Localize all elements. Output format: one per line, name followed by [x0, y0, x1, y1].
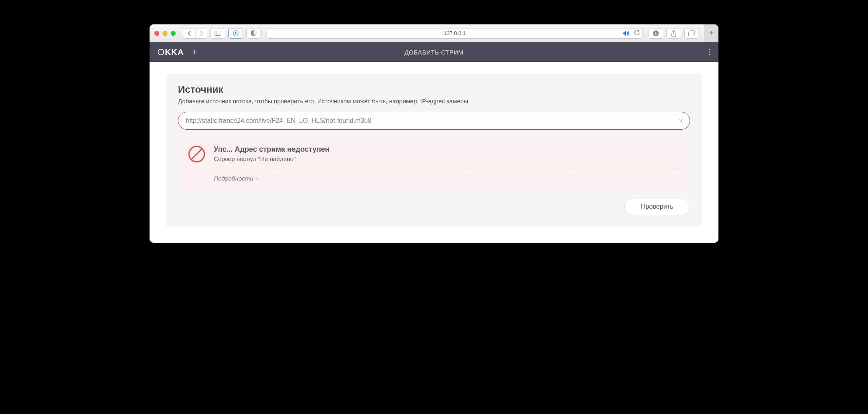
svg-rect-0	[215, 31, 221, 35]
download-icon	[653, 30, 659, 37]
shield-icon	[233, 30, 239, 37]
logo-circle-icon	[158, 49, 164, 55]
clear-input-button[interactable]	[679, 118, 684, 123]
forward-button[interactable]	[195, 28, 207, 39]
source-subtitle: Добавьте источник потока, чтобы проверит…	[178, 98, 690, 105]
error-message: Сервер вернул "Не найдено"	[214, 155, 680, 162]
back-button[interactable]	[183, 28, 195, 39]
content-area: Источник Добавьте источник потока, чтобы…	[150, 62, 718, 243]
menu-button[interactable]	[709, 49, 710, 55]
privacy-button[interactable]	[246, 28, 261, 39]
divider	[214, 170, 680, 170]
address-right-controls	[623, 30, 640, 37]
chevron-right-icon	[199, 31, 203, 36]
svg-point-6	[709, 51, 710, 52]
tabs-button[interactable]	[684, 28, 699, 39]
address-text: 127.0.0.1	[444, 30, 466, 36]
nav-buttons	[183, 28, 207, 39]
svg-rect-2	[235, 32, 237, 34]
downloads-button[interactable]	[649, 28, 663, 39]
new-tab-button[interactable]: +	[704, 24, 718, 42]
more-vertical-icon	[709, 49, 710, 55]
prohibited-icon	[188, 145, 206, 163]
app-header: KKA + ДОБАВИТЬ СТРИМ	[150, 42, 718, 62]
logo-text: KKA	[165, 48, 184, 57]
app-logo[interactable]: KKA	[158, 48, 184, 57]
browser-toolbar: 127.0.0.1 +	[150, 24, 718, 42]
chevron-left-icon	[187, 31, 191, 36]
shield-button[interactable]	[228, 28, 243, 39]
chevron-down-icon: ▾	[256, 176, 258, 181]
share-button[interactable]	[666, 28, 681, 39]
browser-window: 127.0.0.1 + KKA + ДОБАВИТЬ	[150, 24, 718, 243]
share-icon	[671, 30, 677, 37]
error-panel: Упс... Адрес стрима недоступен Сервер ве…	[178, 137, 690, 190]
svg-line-9	[191, 149, 202, 159]
window-controls	[154, 31, 176, 36]
url-input-wrap	[178, 112, 690, 130]
maximize-window-button[interactable]	[171, 31, 176, 36]
check-button[interactable]: Проверить	[624, 198, 690, 215]
sidebar-icon	[215, 31, 221, 36]
close-icon	[679, 118, 684, 123]
error-icon	[188, 145, 206, 163]
tabs-icon	[688, 31, 695, 36]
svg-rect-4	[689, 32, 693, 36]
source-title: Источник	[178, 84, 690, 95]
minimize-window-button[interactable]	[163, 31, 167, 36]
details-label: Подробности	[214, 175, 254, 182]
close-window-button[interactable]	[154, 31, 159, 36]
svg-point-7	[709, 54, 710, 55]
audio-icon[interactable]	[623, 31, 630, 36]
details-toggle[interactable]: Подробности ▾	[214, 175, 680, 182]
source-card: Источник Добавьте источник потока, чтобы…	[166, 74, 702, 227]
sidebar-toggle-button[interactable]	[210, 28, 225, 39]
error-title: Упс... Адрес стрима недоступен	[214, 145, 680, 154]
add-button[interactable]: +	[192, 47, 197, 57]
error-content: Упс... Адрес стрима недоступен Сервер ве…	[214, 145, 680, 182]
reload-icon[interactable]	[634, 30, 640, 37]
svg-point-5	[709, 49, 710, 50]
address-bar[interactable]: 127.0.0.1	[267, 28, 643, 39]
page-title: ДОБАВИТЬ СТРИМ	[404, 49, 463, 56]
privacy-shield-icon	[251, 30, 256, 37]
stream-url-input[interactable]	[178, 112, 690, 130]
actions-row: Проверить	[178, 198, 690, 215]
